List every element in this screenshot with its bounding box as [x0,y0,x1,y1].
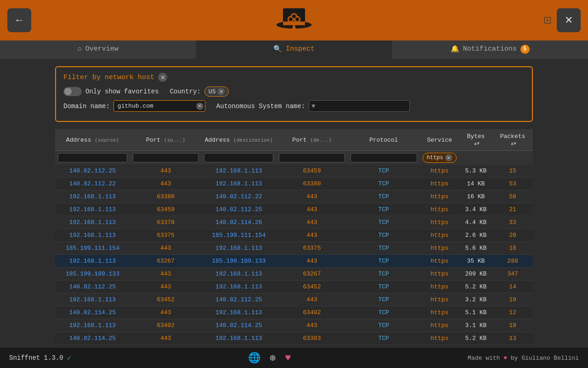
cell-proto: TCP [348,242,420,255]
filter-addr-dst-input[interactable] [204,153,273,162]
cell-bytes: 2.6 KB [459,229,492,242]
cell-proto: TCP [348,268,420,281]
cell-port-dst: 443 [276,293,347,306]
cell-packets: 33 [492,216,533,229]
table-row[interactable]: 192.168.1.11363267185.199.109.133443TCPh… [55,255,533,268]
github-icon[interactable]: ⊛ [270,352,276,364]
favorites-label: Only show favorites [85,88,159,95]
cell-port-dst: 443 [276,216,347,229]
table-row[interactable]: 140.82.114.25443192.168.1.11363383TCPhtt… [55,332,533,345]
col-service: Service [420,129,459,151]
filter-cell-addr-dst [201,151,276,165]
cell-bytes: 5.2 KB [459,332,492,345]
cell-service: https [420,190,459,203]
cell-packets: 288 [492,255,533,268]
filter-port-dst-input[interactable] [279,153,345,162]
cell-service: https [420,332,459,345]
cell-port-dst: 63375 [276,242,347,255]
cell-bytes: 5.6 KB [459,242,492,255]
table-row[interactable]: 140.82.112.25443192.168.1.11363452TCPhtt… [55,281,533,293]
cell-port-dst: 443 [276,203,347,216]
cell-proto: TCP [348,165,420,178]
filter-port-src-input[interactable] [133,153,198,162]
cell-addr-dst: 192.168.1.113 [201,178,276,190]
cell-service: https [420,319,459,332]
globe-icon[interactable]: 🌐 [248,352,260,364]
cell-port-src: 443 [130,281,201,293]
as-input-wrap: ▼ [309,100,410,112]
table-row[interactable]: 140.82.114.25443192.168.1.11363402TCPhtt… [55,306,533,319]
cell-addr-src: 192.168.1.113 [55,216,130,229]
cell-addr-dst: 192.168.1.113 [201,306,276,319]
cell-packets: 18 [492,242,533,255]
cell-service: https [420,293,459,306]
cell-bytes: 3.4 KB [459,203,492,216]
tab-inspect[interactable]: 🔍 Inspect [196,40,392,59]
favorites-toggle-container: Only show favorites [63,87,159,96]
table-row[interactable]: 192.168.1.11363459140.82.112.25443TCPhtt… [55,203,533,216]
cell-addr-dst: 140.82.112.25 [201,293,276,306]
status-bar: Sniffnet 1.3.0 ✓ 🌐 ⊛ ♥ Made with ♥ by Gi… [0,348,588,368]
cell-addr-dst: 192.168.1.113 [201,165,276,178]
cell-proto: TCP [348,332,420,345]
toggle-knob [64,88,72,95]
filter-cell-port-dst [276,151,347,165]
tab-notifications[interactable]: 🔔 Notifications 5 [392,40,588,59]
table-row[interactable]: 185.199.109.133443192.168.1.11363267TCPh… [55,268,533,281]
table-row[interactable]: 192.168.1.11363452140.82.112.25443TCPhtt… [55,293,533,306]
cell-packets: 347 [492,268,533,281]
tab-overview[interactable]: ⌂ Overview [0,40,196,59]
table-row[interactable]: 192.168.1.11363378140.82.114.26443TCPhtt… [55,216,533,229]
version-label: Sniffnet 1.3.0 [9,354,63,362]
nav-tabs: ⌂ Overview 🔍 Inspect 🔔 Notifications 5 [0,40,588,59]
cell-addr-src: 192.168.1.113 [55,293,130,306]
table-row[interactable]: 192.168.1.11363375185.199.111.154443TCPh… [55,229,533,242]
domain-input[interactable] [113,100,205,112]
cell-packets: 13 [492,332,533,345]
filter-close-button[interactable]: ✕ [158,73,167,82]
table-header-row: Address (source) Port (so...) Address (d… [55,129,533,151]
table-row[interactable]: 192.168.1.11363380140.82.112.22443TCPhtt… [55,190,533,203]
cell-addr-src: 140.82.114.25 [55,332,130,345]
filter-cell-packets [492,151,533,165]
service-filter-clear[interactable]: ✕ [445,154,452,161]
filter-title: Filter by network host ✕ [63,73,525,82]
as-filter: Autonomous System name: ▼ [216,100,410,112]
home-icon: ⌂ [78,45,82,53]
filter-addr-src-input[interactable] [58,153,127,162]
cell-addr-src: 192.168.1.113 [55,319,130,332]
settings-button[interactable]: ✕ [557,8,581,32]
cell-port-src: 443 [130,268,201,281]
table-row[interactable]: 140.82.112.25443192.168.1.11363459TCPhtt… [55,165,533,178]
cell-addr-src: 140.82.112.25 [55,165,130,178]
favorites-toggle[interactable] [63,87,82,96]
cell-service: https [420,255,459,268]
back-icon: ← [14,14,24,26]
cell-port-dst: 63380 [276,178,347,190]
heart-icon[interactable]: ♥ [285,352,291,364]
cell-packets: 18 [492,319,533,332]
cell-port-src: 63378 [130,216,201,229]
country-tag-close[interactable]: ✕ [217,88,225,95]
table-row[interactable]: 185.199.111.154443192.168.1.11363375TCPh… [55,242,533,255]
filter-proto-input[interactable] [351,153,417,162]
cell-port-src: 443 [130,332,201,345]
cell-proto: TCP [348,306,420,319]
author-text: by Giuliano Bellini [511,355,579,362]
domain-clear-button[interactable]: ✕ [196,103,204,110]
status-left: Sniffnet 1.3.0 ✓ [9,353,71,362]
cell-proto: TCP [348,293,420,306]
cell-port-dst: 63452 [276,281,347,293]
cell-addr-src: 192.168.1.113 [55,190,130,203]
back-button[interactable]: ← [7,8,31,32]
monitor-icon[interactable]: ⊡ [543,12,551,28]
filter-row-1: Only show favorites Country: US ✕ [63,86,525,97]
as-input[interactable] [309,100,410,112]
table-row[interactable]: 140.82.112.22443192.168.1.11363380TCPhtt… [55,178,533,190]
table-container: Address (source) Port (so...) Address (d… [55,129,533,345]
cell-bytes: 5.1 KB [459,306,492,319]
cell-bytes: 3.1 KB [459,319,492,332]
table-row[interactable]: 192.168.1.11363402140.82.114.25443TCPhtt… [55,319,533,332]
svg-point-9 [289,17,293,21]
country-tag: US ✕ [204,86,229,97]
